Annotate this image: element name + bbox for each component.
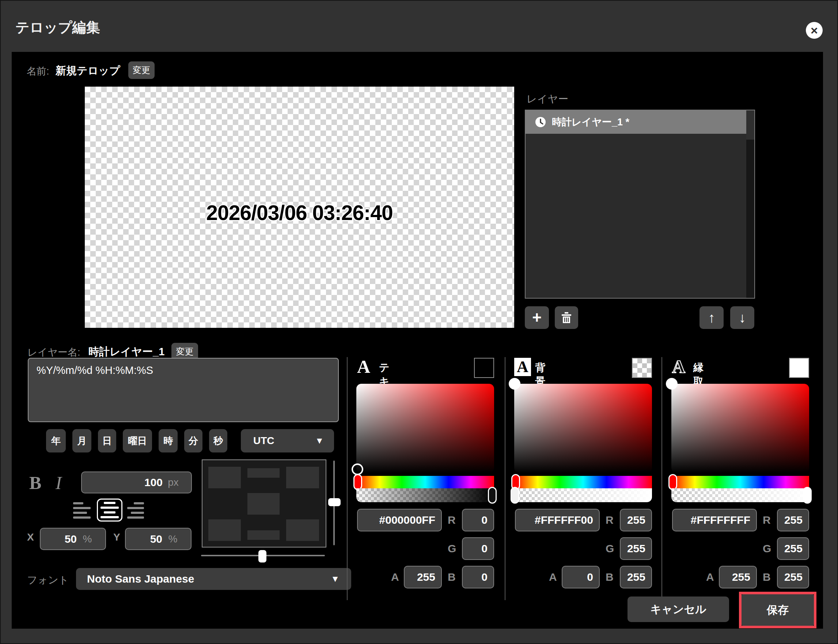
background-hue-slider[interactable] bbox=[514, 476, 652, 488]
preset-top-center[interactable] bbox=[247, 468, 279, 478]
font-label: フォント bbox=[27, 573, 69, 587]
preset-top-left[interactable] bbox=[208, 467, 241, 488]
background-hex-value: #FFFFFF00 bbox=[535, 514, 593, 526]
insert-second-button[interactable]: 秒 bbox=[209, 429, 227, 452]
text-hex-value: #000000FF bbox=[380, 514, 435, 526]
background-alpha-slider[interactable] bbox=[514, 488, 652, 502]
layers-label: レイヤー bbox=[527, 92, 568, 106]
background-hex-input[interactable]: #FFFFFF00 bbox=[515, 509, 600, 531]
delete-layer-button[interactable] bbox=[555, 306, 578, 329]
text-color-swatch bbox=[474, 358, 494, 378]
italic-button[interactable]: I bbox=[56, 474, 62, 492]
text-sv-cursor[interactable] bbox=[352, 463, 363, 475]
background-sv-cursor[interactable] bbox=[509, 378, 521, 389]
position-preset-grid[interactable] bbox=[202, 460, 326, 547]
add-layer-button[interactable]: + bbox=[525, 306, 549, 329]
name-value: 新規テロップ bbox=[56, 64, 120, 78]
outline-hue-slider[interactable] bbox=[671, 476, 809, 488]
move-layer-down-button[interactable]: ↓ bbox=[730, 306, 754, 329]
insert-minute-button[interactable]: 分 bbox=[184, 429, 202, 452]
layer-list-item-selected[interactable]: 時計レイヤー_1 * bbox=[526, 110, 746, 134]
outline-a-input[interactable]: 255 bbox=[719, 566, 757, 588]
insert-month-button[interactable]: 月 bbox=[72, 429, 91, 452]
y-position-input[interactable]: 50 % bbox=[125, 528, 192, 550]
preset-center[interactable] bbox=[247, 493, 279, 514]
text-alpha-handle[interactable] bbox=[488, 487, 497, 504]
background-g-input[interactable]: 255 bbox=[620, 537, 652, 560]
outline-saturation-area[interactable] bbox=[671, 384, 809, 473]
text-b-input[interactable]: 0 bbox=[462, 566, 494, 588]
plus-icon: + bbox=[532, 309, 542, 327]
layers-scrollbar[interactable] bbox=[746, 110, 754, 298]
background-r-label: R bbox=[606, 514, 614, 526]
font-select[interactable]: Noto Sans Japanese ▼ bbox=[76, 568, 351, 590]
layers-scrollbar-thumb[interactable] bbox=[746, 110, 754, 140]
outline-a-label: A bbox=[706, 571, 714, 583]
text-saturation-area[interactable] bbox=[357, 384, 494, 473]
insert-year-button[interactable]: 年 bbox=[46, 429, 66, 452]
x-position-input[interactable]: 50 % bbox=[40, 528, 106, 550]
timezone-select[interactable]: UTC ▼ bbox=[241, 429, 334, 452]
dialog-title: テロップ編集 bbox=[15, 18, 100, 37]
background-a-input[interactable]: 0 bbox=[562, 566, 600, 588]
text-alpha-slider[interactable] bbox=[357, 488, 494, 502]
preview-canvas[interactable]: 2026/03/06 03:26:40 bbox=[85, 87, 514, 328]
bold-button[interactable]: B bbox=[29, 474, 41, 492]
chevron-down-icon: ▼ bbox=[315, 436, 324, 446]
insert-hour-button[interactable]: 時 bbox=[159, 429, 177, 452]
text-hex-input[interactable]: #000000FF bbox=[357, 509, 442, 531]
save-button[interactable]: 保存 bbox=[741, 594, 814, 626]
background-a-label: A bbox=[549, 571, 557, 583]
text-a-input[interactable]: 255 bbox=[404, 566, 442, 588]
font-size-input[interactable]: 100 px bbox=[81, 472, 192, 493]
background-b-input[interactable]: 255 bbox=[620, 566, 652, 588]
outline-hue-handle[interactable] bbox=[669, 474, 677, 490]
y-position-unit: % bbox=[162, 533, 184, 545]
text-hue-slider[interactable] bbox=[357, 476, 494, 488]
x-position-slider-handle[interactable] bbox=[258, 550, 266, 562]
text-r-input[interactable]: 0 bbox=[462, 509, 494, 531]
text-g-label: G bbox=[448, 542, 456, 555]
font-size-unit: px bbox=[163, 476, 184, 488]
cancel-button[interactable]: キャンセル bbox=[628, 596, 729, 622]
background-alpha-handle[interactable] bbox=[511, 487, 519, 504]
telop-edit-dialog: テロップ編集 × 名前: 新規テロップ 変更 2026/03/06 03:26:… bbox=[0, 0, 838, 644]
align-right-icon bbox=[134, 502, 144, 504]
y-position-label: Y bbox=[113, 531, 120, 543]
outline-color-swatch bbox=[789, 358, 809, 378]
background-r-input[interactable]: 255 bbox=[620, 509, 652, 531]
divider bbox=[662, 357, 662, 600]
align-center-button-selected[interactable] bbox=[97, 499, 122, 522]
align-left-button[interactable] bbox=[73, 502, 91, 519]
outline-r-input[interactable]: 255 bbox=[777, 509, 809, 531]
move-layer-up-button[interactable]: ↑ bbox=[700, 306, 724, 329]
outline-alpha-handle[interactable] bbox=[803, 487, 812, 504]
text-hue-handle[interactable] bbox=[353, 474, 362, 490]
background-g-label: G bbox=[606, 542, 614, 555]
format-input[interactable]: %Y/%m/%d %H:%M:%S bbox=[28, 358, 339, 422]
preset-bottom-left[interactable] bbox=[208, 519, 241, 541]
outline-g-input[interactable]: 255 bbox=[777, 537, 809, 560]
background-color-letter-icon: A bbox=[514, 358, 531, 376]
text-b-label: B bbox=[448, 571, 456, 583]
x-position-label: X bbox=[27, 531, 34, 543]
layer-name-value: 時計レイヤー_1 bbox=[89, 345, 164, 359]
preset-bottom-right[interactable] bbox=[286, 519, 319, 541]
outline-b-input[interactable]: 255 bbox=[777, 566, 809, 588]
outline-hex-value: #FFFFFFFF bbox=[691, 514, 750, 526]
insert-day-button[interactable]: 日 bbox=[98, 429, 116, 452]
text-g-input[interactable]: 0 bbox=[462, 537, 494, 560]
preset-top-right[interactable] bbox=[286, 467, 319, 488]
align-right-button[interactable] bbox=[127, 502, 144, 519]
format-input-value: %Y/%m/%d %H:%M:%S bbox=[36, 365, 153, 376]
layer-item-name: 時計レイヤー_1 * bbox=[552, 115, 629, 129]
name-change-button[interactable]: 変更 bbox=[128, 61, 154, 79]
y-position-slider-handle[interactable] bbox=[328, 498, 341, 506]
outline-hex-input[interactable]: #FFFFFFFF bbox=[672, 509, 757, 531]
outline-sv-cursor[interactable] bbox=[666, 378, 677, 389]
preset-bottom-center[interactable] bbox=[247, 530, 279, 540]
close-button[interactable]: × bbox=[806, 22, 823, 39]
insert-weekday-button[interactable]: 曜日 bbox=[123, 429, 152, 452]
background-saturation-area[interactable] bbox=[514, 384, 652, 473]
outline-alpha-slider[interactable] bbox=[671, 488, 809, 502]
